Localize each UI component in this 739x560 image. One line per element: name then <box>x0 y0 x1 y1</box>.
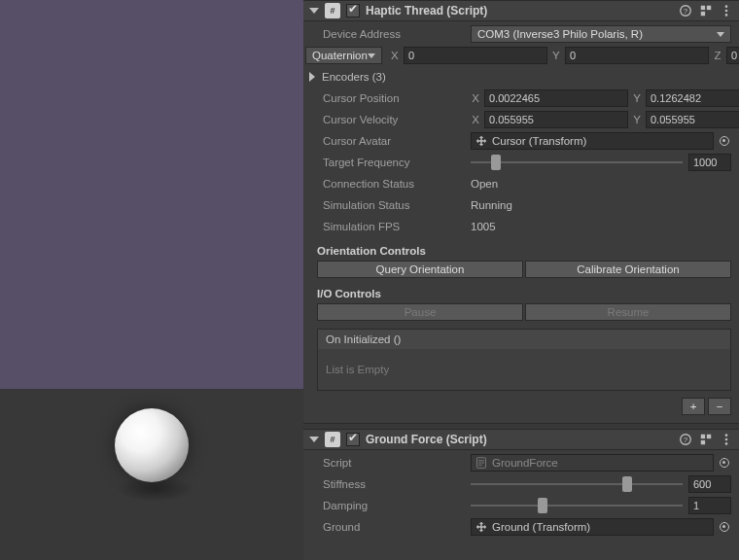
component-title: Haptic Thread (Script) <box>366 4 673 18</box>
resume-button[interactable]: Resume <box>525 303 731 321</box>
ground-field[interactable]: Ground (Transform) <box>471 518 714 536</box>
scene-sphere <box>115 408 189 482</box>
svg-rect-10 <box>701 435 705 438</box>
quat-x-input[interactable] <box>404 47 547 64</box>
quaternion-label: Quaternion <box>312 50 368 61</box>
ground-value: Ground (Transform) <box>492 521 590 533</box>
event-empty-text: List is Empty <box>318 349 730 390</box>
target-frequency-slider[interactable] <box>471 156 683 169</box>
device-address-label: Device Address <box>323 28 467 40</box>
cursor-velocity-label: Cursor Velocity <box>323 114 467 125</box>
scene-viewport <box>0 0 303 560</box>
svg-point-5 <box>725 5 728 8</box>
stiffness-label: Stiffness <box>323 478 467 490</box>
ground-label: Ground <box>323 521 467 533</box>
axis-z-label: Z <box>713 50 722 61</box>
on-initialized-event: On Initialized () List is Empty <box>317 329 731 391</box>
viewport-background <box>0 0 303 389</box>
menu-icon[interactable] <box>720 4 733 18</box>
foldout-icon[interactable] <box>309 8 319 14</box>
svg-point-6 <box>725 10 728 13</box>
damping-slider[interactable] <box>471 499 683 512</box>
script-field: GroundForce <box>471 454 714 472</box>
event-remove-button[interactable]: − <box>708 398 731 415</box>
menu-icon[interactable] <box>720 433 733 446</box>
orientation-controls-label: Orientation Controls <box>317 245 731 257</box>
stiffness-value[interactable] <box>688 475 731 493</box>
io-controls-label: I/O Controls <box>317 288 731 299</box>
connection-status-value: Open <box>471 178 498 190</box>
inspector-panel: # Haptic Thread (Script) ? Device Addres… <box>303 0 739 560</box>
svg-rect-11 <box>707 435 711 438</box>
stiffness-slider[interactable] <box>471 477 683 491</box>
component-title: Ground Force (Script) <box>366 433 673 446</box>
help-icon[interactable]: ? <box>679 433 692 446</box>
script-icon: # <box>325 432 340 447</box>
svg-rect-4 <box>701 12 705 16</box>
damping-value[interactable] <box>688 497 731 514</box>
query-orientation-button[interactable]: Query Orientation <box>317 261 523 278</box>
svg-rect-3 <box>707 6 711 10</box>
transform-icon <box>475 135 487 147</box>
transform-icon <box>475 521 487 533</box>
haptic-thread-header[interactable]: # Haptic Thread (Script) ? <box>303 0 739 21</box>
chevron-down-icon <box>717 32 724 37</box>
curpos-y-input[interactable] <box>646 89 739 107</box>
svg-point-13 <box>725 434 728 437</box>
axis-x-label: X <box>390 50 400 61</box>
svg-point-15 <box>725 442 728 445</box>
axis-x-label: X <box>471 92 480 104</box>
haptic-enabled-checkbox[interactable] <box>346 4 360 18</box>
object-picker-button[interactable] <box>718 520 731 534</box>
svg-rect-2 <box>701 6 705 10</box>
cursor-avatar-field[interactable]: Cursor (Transform) <box>471 132 714 150</box>
script-label: Script <box>323 457 467 469</box>
simulation-fps-value: 1005 <box>471 221 496 232</box>
svg-point-14 <box>725 438 728 441</box>
presets-icon[interactable] <box>699 433 713 446</box>
svg-text:?: ? <box>684 436 688 444</box>
damping-label: Damping <box>323 500 467 511</box>
simulation-fps-label: Simulation FPS <box>323 221 467 232</box>
pause-button[interactable]: Pause <box>317 303 523 321</box>
simulation-status-value: Running <box>471 199 512 211</box>
presets-icon[interactable] <box>699 4 713 18</box>
foldout-icon[interactable] <box>309 437 319 442</box>
device-address-dropdown[interactable]: COM3 (Inverse3 Philo Polaris, R) <box>471 25 731 43</box>
svg-point-7 <box>725 14 728 17</box>
foldout-right-icon[interactable] <box>309 72 315 82</box>
quat-z-input[interactable] <box>726 47 739 64</box>
device-address-value: COM3 (Inverse3 Philo Polaris, R) <box>477 28 643 40</box>
target-frequency-value[interactable] <box>688 154 731 171</box>
cursor-position-label: Cursor Position <box>323 92 467 104</box>
cursor-avatar-value: Cursor (Transform) <box>492 135 586 147</box>
ground-force-header[interactable]: # Ground Force (Script) ? <box>303 429 739 450</box>
quaternion-dropdown[interactable]: Quaternion <box>305 47 382 64</box>
curvel-x-input[interactable] <box>484 111 628 128</box>
axis-x-label: X <box>471 114 480 125</box>
connection-status-label: Connection Status <box>323 178 467 190</box>
ground-enabled-checkbox[interactable] <box>346 433 360 446</box>
object-picker-button[interactable] <box>718 134 731 148</box>
script-asset-icon <box>475 457 487 469</box>
target-frequency-label: Target Frequency <box>323 157 467 168</box>
script-value: GroundForce <box>492 457 558 469</box>
haptic-body: Device Address COM3 (Inverse3 Philo Pola… <box>303 21 739 423</box>
ground-body: Script GroundForce Stiffness Damping Gro… <box>303 450 739 543</box>
script-icon: # <box>325 3 340 18</box>
object-picker-button[interactable] <box>718 456 731 470</box>
curpos-x-input[interactable] <box>484 89 628 107</box>
curvel-y-input[interactable] <box>646 111 739 128</box>
event-header: On Initialized () <box>318 330 730 349</box>
simulation-status-label: Simulation Status <box>323 199 467 211</box>
calibrate-orientation-button[interactable]: Calibrate Orientation <box>525 261 731 278</box>
event-add-button[interactable]: + <box>682 398 705 415</box>
help-icon[interactable]: ? <box>679 4 692 18</box>
axis-y-label: Y <box>632 92 642 104</box>
encoders-label: Encoders (3) <box>322 71 386 83</box>
quat-y-input[interactable] <box>565 47 709 64</box>
axis-y-label: Y <box>632 114 642 125</box>
cursor-avatar-label: Cursor Avatar <box>323 135 467 147</box>
svg-text:?: ? <box>684 7 688 16</box>
chevron-down-icon <box>368 53 375 58</box>
